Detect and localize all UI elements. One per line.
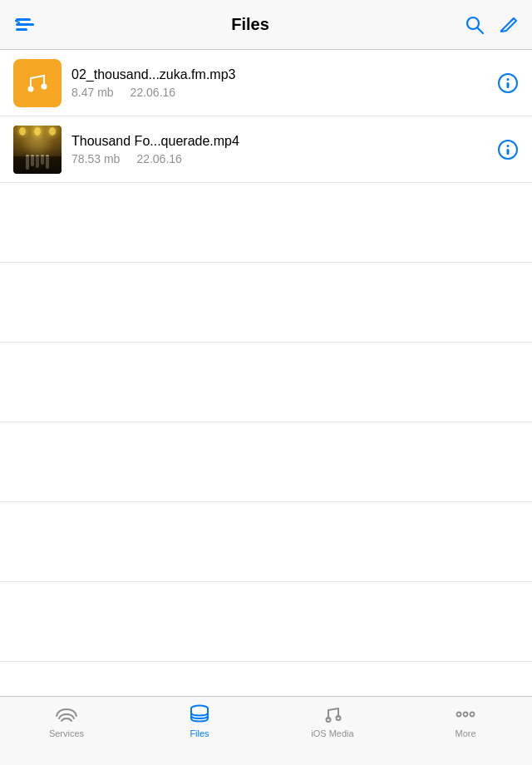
file-thumbnail-video bbox=[13, 126, 62, 174]
tab-files-label: Files bbox=[190, 728, 209, 738]
info-button[interactable] bbox=[497, 139, 519, 160]
svg-rect-13 bbox=[507, 149, 510, 155]
svg-point-23 bbox=[327, 718, 331, 722]
file-info: 02_thousand...zuka.fm.mp3 8.47 mb 22.06.… bbox=[71, 67, 489, 99]
file-info: Thousand Fo...querade.mp4 78.53 mb 22.06… bbox=[71, 134, 489, 165]
header: Files bbox=[0, 0, 532, 50]
services-icon bbox=[54, 703, 79, 725]
ios-media-icon bbox=[320, 703, 345, 725]
file-list: 02_thousand...zuka.fm.mp3 8.47 mb 22.06.… bbox=[0, 50, 532, 696]
file-size: 78.53 mb bbox=[71, 152, 120, 165]
svg-rect-2 bbox=[16, 28, 27, 31]
file-name: Thousand Fo...querade.mp4 bbox=[71, 134, 489, 149]
tab-more-label: More bbox=[455, 728, 475, 738]
empty-row bbox=[0, 183, 532, 263]
tab-more[interactable]: More bbox=[399, 703, 532, 738]
header-left-actions bbox=[13, 13, 37, 37]
header-right-actions bbox=[464, 14, 519, 36]
page-title: Files bbox=[37, 15, 464, 34]
svg-point-7 bbox=[42, 83, 47, 89]
svg-rect-15 bbox=[191, 708, 208, 713]
svg-point-6 bbox=[28, 86, 34, 91]
file-date: 22.06.16 bbox=[131, 86, 176, 99]
file-item[interactable]: Thousand Fo...querade.mp4 78.53 mb 22.06… bbox=[0, 116, 532, 183]
file-meta: 8.47 mb 22.06.16 bbox=[71, 86, 489, 99]
info-button[interactable] bbox=[497, 72, 519, 94]
tab-ios-media[interactable]: iOS Media bbox=[266, 703, 399, 738]
svg-line-4 bbox=[478, 27, 484, 33]
empty-row bbox=[0, 582, 532, 662]
svg-point-9 bbox=[507, 78, 510, 81]
svg-point-25 bbox=[457, 713, 461, 717]
file-item[interactable]: 02_thousand...zuka.fm.mp3 8.47 mb 22.06.… bbox=[0, 50, 532, 116]
tab-bar: Services Files bbox=[0, 696, 532, 765]
edit-button[interactable] bbox=[497, 14, 519, 36]
empty-row bbox=[0, 343, 532, 422]
tab-services[interactable]: Services bbox=[0, 703, 133, 738]
file-date: 22.06.16 bbox=[136, 152, 182, 165]
empty-row bbox=[0, 422, 532, 502]
tab-files[interactable]: Files bbox=[133, 703, 266, 738]
tab-ios-media-label: iOS Media bbox=[311, 728, 353, 738]
file-meta: 78.53 mb 22.06.16 bbox=[71, 152, 489, 165]
tab-services-label: Services bbox=[49, 728, 84, 738]
empty-row bbox=[0, 263, 532, 343]
files-icon bbox=[187, 703, 212, 725]
more-icon bbox=[453, 703, 478, 725]
svg-point-26 bbox=[464, 713, 468, 717]
svg-rect-1 bbox=[16, 23, 34, 26]
file-size: 8.47 mb bbox=[71, 86, 114, 99]
file-name: 02_thousand...zuka.fm.mp3 bbox=[71, 67, 489, 82]
svg-rect-10 bbox=[507, 82, 510, 88]
svg-point-24 bbox=[337, 716, 341, 720]
svg-point-12 bbox=[507, 145, 510, 147]
svg-line-5 bbox=[511, 18, 514, 21]
file-thumbnail-audio bbox=[13, 59, 62, 107]
back-button[interactable] bbox=[13, 13, 37, 37]
empty-row bbox=[0, 502, 532, 582]
svg-point-27 bbox=[470, 713, 475, 717]
search-button[interactable] bbox=[464, 14, 485, 36]
